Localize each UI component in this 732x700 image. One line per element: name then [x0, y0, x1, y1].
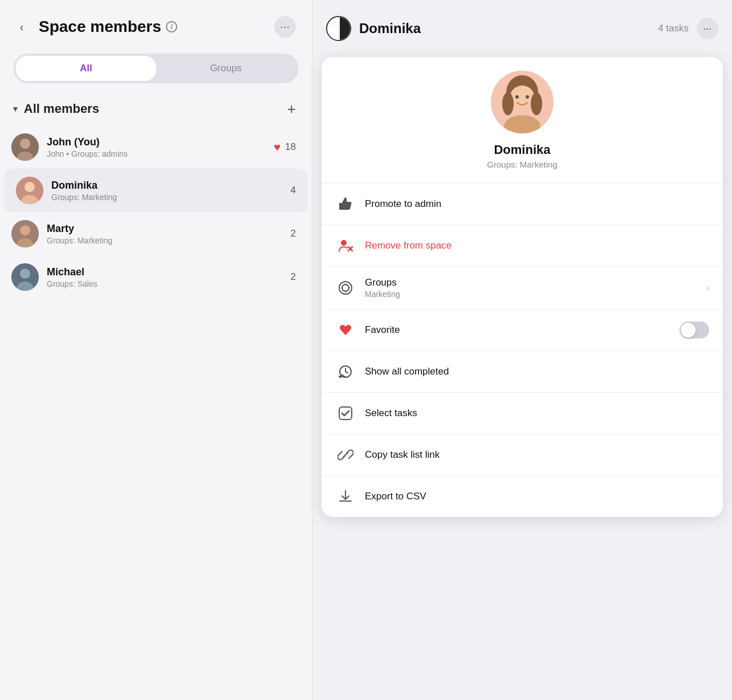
task-count-marty: 2 — [291, 228, 296, 239]
member-sub-dominika: Groups: Marketing — [51, 193, 283, 202]
profile-name: Dominika — [494, 143, 550, 157]
add-member-button[interactable]: + — [287, 101, 296, 116]
svg-point-19 — [515, 95, 519, 99]
menu-info-groups: Groups Marketing — [365, 277, 697, 299]
member-item-michael[interactable]: Michael Groups: Sales 2 — [0, 255, 312, 299]
link-icon — [335, 445, 356, 465]
menu-label-promote: Promote to admin — [365, 198, 709, 210]
avatar-john — [11, 133, 39, 161]
member-meta-john: ♥ 18 — [274, 141, 296, 154]
avatar-dominika — [16, 177, 43, 204]
menu-label-export: Export to CSV — [365, 491, 709, 502]
dropdown-card: Dominika Groups: Marketing Promote to ad… — [322, 57, 723, 517]
profile-section: Dominika Groups: Marketing — [322, 71, 723, 183]
clock-check-icon — [335, 361, 356, 382]
task-count-dominika: 4 — [291, 185, 296, 196]
menu-item-promote[interactable]: Promote to admin — [322, 183, 723, 225]
right-header-name: Dominika — [359, 21, 650, 36]
member-info-michael: Michael Groups: Sales — [47, 266, 283, 288]
svg-point-10 — [20, 268, 30, 279]
svg-rect-21 — [339, 203, 342, 210]
member-meta-marty: 2 — [291, 228, 296, 239]
page-title: Space members i — [39, 18, 267, 36]
right-more-button[interactable]: ··· — [697, 18, 718, 39]
svg-point-22 — [341, 240, 347, 246]
task-count-john: 18 — [285, 141, 296, 153]
heart-icon-john: ♥ — [274, 141, 280, 154]
tab-groups[interactable]: Groups — [156, 56, 296, 81]
svg-point-4 — [25, 182, 35, 192]
menu-label-remove: Remove from space — [365, 240, 709, 251]
menu-item-export[interactable]: Export to CSV — [322, 475, 723, 517]
menu-label-groups: Groups — [365, 277, 697, 288]
member-meta-dominika: 4 — [291, 185, 296, 196]
menu-item-show-completed[interactable]: Show all completed — [322, 351, 723, 392]
menu-item-groups[interactable]: Groups Marketing › — [322, 266, 723, 309]
menu-item-remove[interactable]: Remove from space — [322, 225, 723, 266]
thumbs-up-icon — [335, 194, 356, 214]
right-header: Dominika 4 tasks ··· — [312, 0, 732, 57]
svg-point-20 — [526, 95, 529, 99]
favorite-toggle[interactable] — [680, 321, 709, 339]
svg-point-18 — [531, 92, 542, 115]
member-info-dominika: Dominika Groups: Marketing — [51, 180, 283, 202]
menu-item-copy-link[interactable]: Copy task list link — [322, 434, 723, 475]
menu-label-show-completed: Show all completed — [365, 366, 709, 377]
tab-row: All Groups — [14, 54, 298, 83]
remove-user-icon — [335, 235, 356, 256]
section-header: ▼ All members + — [0, 97, 312, 125]
svg-point-1 — [20, 139, 30, 149]
avatar-marty — [11, 220, 39, 247]
member-info-john: John (You) John • Groups: admins — [47, 136, 266, 158]
profile-avatar — [491, 71, 554, 133]
profile-group: Groups: Marketing — [487, 160, 557, 169]
svg-point-30 — [348, 287, 350, 289]
menu-sublabel-groups: Marketing — [365, 290, 697, 299]
chevron-right-icon: › — [706, 283, 709, 293]
tasks-badge: 4 tasks — [658, 23, 689, 34]
member-item-john[interactable]: John (You) John • Groups: admins ♥ 18 — [0, 125, 312, 169]
svg-point-17 — [502, 92, 514, 115]
member-info-marty: Marty Groups: Marketing — [47, 223, 283, 245]
member-sub-marty: Groups: Marketing — [47, 236, 283, 245]
right-panel: Dominika 4 tasks ··· — [312, 0, 732, 700]
member-item-marty[interactable]: Marty Groups: Marketing 2 — [0, 212, 312, 255]
svg-point-25 — [339, 282, 352, 294]
checkbox-check-icon — [335, 403, 356, 424]
avatar-michael — [11, 263, 39, 291]
heart-icon-menu — [335, 320, 356, 340]
member-name-michael: Michael — [47, 266, 283, 278]
left-panel: ‹ Space members i ··· All Groups ▼ All m… — [0, 0, 312, 700]
more-button[interactable]: ··· — [274, 16, 296, 38]
app-icon — [326, 16, 351, 41]
member-name-dominika: Dominika — [51, 180, 283, 192]
member-item-dominika[interactable]: Dominika Groups: Marketing 4 — [5, 169, 307, 212]
left-header: ‹ Space members i ··· — [0, 0, 312, 54]
chevron-down-icon: ▼ — [11, 104, 19, 113]
download-icon — [335, 486, 356, 507]
back-button[interactable]: ‹ — [11, 17, 32, 37]
svg-point-29 — [341, 287, 343, 289]
svg-point-27 — [345, 284, 347, 286]
member-name-marty: Marty — [47, 223, 283, 235]
menu-label-favorite: Favorite — [365, 324, 670, 336]
svg-point-7 — [20, 225, 30, 235]
member-sub-michael: Groups: Sales — [47, 279, 283, 288]
menu-label-copy-link: Copy task list link — [365, 449, 709, 461]
member-sub-john: John • Groups: admins — [47, 149, 266, 158]
svg-rect-32 — [339, 407, 352, 420]
member-meta-michael: 2 — [291, 271, 296, 283]
menu-item-select-tasks[interactable]: Select tasks — [322, 392, 723, 434]
svg-point-28 — [345, 291, 347, 292]
menu-item-favorite[interactable]: Favorite — [322, 309, 723, 351]
tab-all[interactable]: All — [16, 56, 156, 81]
section-title: ▼ All members — [11, 101, 99, 116]
groups-icon — [335, 278, 356, 298]
task-count-michael: 2 — [291, 271, 296, 283]
info-icon[interactable]: i — [166, 21, 177, 32]
svg-point-26 — [342, 284, 349, 291]
menu-label-select-tasks: Select tasks — [365, 408, 709, 419]
svg-line-33 — [343, 453, 348, 457]
member-name-john: John (You) — [47, 136, 266, 148]
